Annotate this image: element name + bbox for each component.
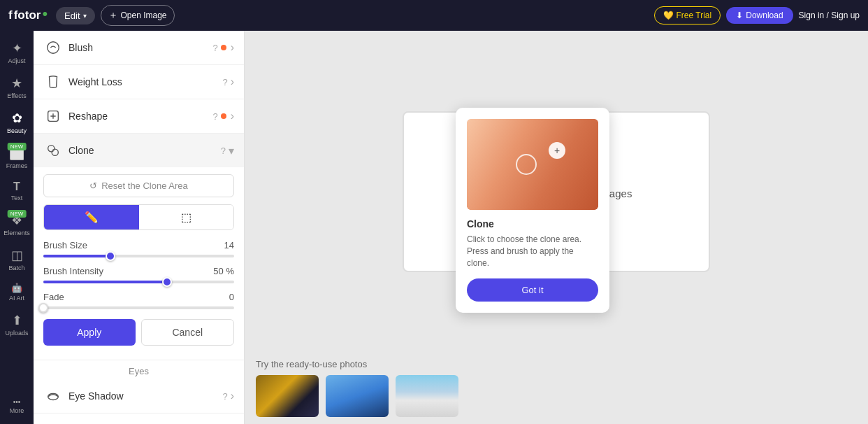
brush-intensity-row: Brush Intensity 50 % — [43, 266, 234, 283]
brush-size-value: 14 — [224, 240, 234, 250]
weight-loss-help-icon: ? — [222, 77, 227, 87]
svg-point-0 — [48, 42, 59, 54]
reshape-dot — [221, 113, 226, 119]
sidebar-item-effects[interactable]: ★ Effects — [1, 71, 32, 104]
photo-thumb-mountain[interactable] — [396, 375, 458, 417]
beauty-icon: ✿ — [12, 111, 22, 126]
free-trial-button[interactable]: 💛 Free Trial — [654, 6, 721, 24]
clone-popup-title: Clone — [467, 218, 598, 229]
fade-track[interactable] — [43, 306, 234, 309]
text-icon: T — [13, 181, 20, 193]
heart-icon: 💛 — [663, 10, 674, 20]
blush-help-icon: ? — [212, 43, 217, 53]
weight-loss-arrow — [231, 76, 234, 88]
brush-intensity-track[interactable] — [43, 281, 234, 283]
brush-intensity-thumb — [162, 277, 172, 287]
weight-loss-row[interactable]: Weight Loss ? — [34, 65, 244, 99]
brush-size-label: Brush Size — [43, 240, 87, 250]
fade-thumb — [38, 303, 48, 313]
photos-section: Try the ready-to-use photos — [245, 352, 868, 424]
sidebar-item-uploads[interactable]: ⬆ Uploads — [1, 309, 32, 341]
brush-intensity-label: Brush Intensity — [43, 266, 103, 276]
sidebar-item-more[interactable]: ••• More — [1, 394, 32, 418]
open-image-header-label: Open Image — [121, 10, 167, 20]
svg-point-3 — [52, 149, 58, 155]
download-button[interactable]: ⬇ Download — [726, 7, 793, 24]
sidebar-item-beauty[interactable]: ✿ Beauty — [1, 106, 32, 139]
sidebar-item-batch[interactable]: ◫ Batch — [1, 243, 32, 276]
apply-button[interactable]: Apply — [43, 319, 136, 346]
reshape-row[interactable]: Reshape ? — [34, 99, 244, 134]
blush-label: Blush — [68, 42, 212, 53]
top-bar: f fotor • Edit ▾ ＋ Open Image 💛 Free Tri… — [0, 0, 868, 31]
beauty-panel: Blush ? Weight Loss ? — [34, 31, 245, 424]
action-buttons: Apply Cancel — [43, 319, 234, 346]
sign-in-link[interactable]: Sign in / Sign up — [799, 10, 860, 20]
photos-label: Try the ready-to-use photos — [256, 359, 857, 369]
fade-label-row: Fade 0 — [43, 292, 234, 302]
eye-shadow-row[interactable]: Eye Shadow ? — [34, 379, 244, 414]
svg-point-2 — [48, 146, 55, 152]
eyeliner-icon — [43, 421, 63, 424]
batch-icon: ◫ — [11, 248, 23, 263]
clone-plus-indicator: + — [549, 142, 565, 159]
brush-toggle: ✏️ ⬚ — [43, 204, 234, 230]
clone-section: Clone ? ▾ ↺ Reset the Clone Area — [34, 134, 244, 360]
cancel-button[interactable]: Cancel — [141, 319, 235, 346]
blush-dot — [221, 45, 226, 50]
sidebar: ✦ Adjust ★ Effects ✿ Beauty NEW ⬜ Frames… — [0, 31, 34, 424]
eyes-section-label: Eyes — [34, 360, 244, 379]
uploads-icon: ⬆ — [12, 313, 22, 328]
photo-thumb-man[interactable] — [326, 375, 389, 417]
reset-clone-button[interactable]: ↺ Reset the Clone Area — [43, 174, 234, 197]
brush-size-thumb — [106, 251, 115, 261]
sidebar-item-text[interactable]: T Text — [1, 176, 32, 206]
free-trial-label: Free Trial — [677, 10, 712, 20]
brush-size-track[interactable] — [43, 255, 234, 257]
clone-header[interactable]: Clone ? ▾ — [34, 134, 244, 167]
ai-art-icon: 🤖 — [11, 283, 22, 293]
edit-label: Edit — [64, 10, 80, 21]
brush-size-label-row: Brush Size 14 — [43, 240, 234, 250]
plus-icon: ＋ — [108, 9, 118, 22]
brush-intensity-label-row: Brush Intensity 50 % — [43, 266, 234, 276]
open-image-header-button[interactable]: ＋ Open Image — [101, 5, 175, 26]
effects-icon: ★ — [11, 76, 22, 91]
clone-icon — [43, 141, 63, 160]
brush-erase-button[interactable]: ⬚ — [139, 205, 234, 229]
app-wrapper: f fotor • Edit ▾ ＋ Open Image 💛 Free Tri… — [0, 0, 868, 424]
brush-paint-button[interactable]: ✏️ — [44, 205, 139, 229]
blush-arrow — [231, 41, 234, 54]
brush-size-row: Brush Size 14 — [43, 240, 234, 257]
sidebar-item-elements[interactable]: NEW ❖ Elements — [1, 209, 32, 241]
got-it-button[interactable]: Got it — [467, 278, 598, 302]
clone-popup-image: + — [467, 119, 598, 210]
brush-intensity-fill — [43, 281, 167, 283]
chevron-down-icon: ▾ — [83, 12, 87, 20]
sidebar-item-adjust[interactable]: ✦ Adjust — [1, 36, 32, 69]
paint-brush-icon: ✏️ — [85, 211, 99, 224]
sidebar-item-frames[interactable]: NEW ⬜ Frames — [1, 141, 32, 174]
eye-shadow-icon — [43, 386, 63, 406]
brush-intensity-value: 50 % — [213, 266, 234, 276]
panel-content: Blush ? Weight Loss ? — [34, 31, 244, 424]
more-icon: ••• — [13, 398, 21, 406]
photo-thumb-coffee[interactable] — [256, 375, 319, 417]
fade-row: Fade 0 — [43, 292, 234, 309]
edit-button[interactable]: Edit ▾ — [56, 7, 94, 24]
eraser-icon: ⬚ — [181, 211, 191, 224]
reshape-help-icon: ? — [212, 111, 217, 122]
clone-collapse-icon: ▾ — [229, 144, 234, 157]
fade-value: 0 — [229, 292, 234, 302]
main-area: + Drag or upload your own images Open Im… — [245, 31, 868, 424]
sidebar-item-ai-art[interactable]: 🤖 AI Art — [1, 278, 32, 306]
download-icon: ⬇ — [736, 10, 743, 20]
eyeliner-row[interactable]: Eyeliner ? — [34, 414, 244, 424]
logo-full: fotor — [14, 8, 41, 22]
photos-row — [256, 375, 857, 417]
reshape-arrow — [231, 110, 234, 122]
adjust-icon: ✦ — [12, 41, 22, 56]
blush-row[interactable]: Blush ? — [34, 31, 244, 65]
clone-circle-indicator — [516, 154, 537, 175]
weight-loss-label: Weight Loss — [68, 76, 222, 87]
